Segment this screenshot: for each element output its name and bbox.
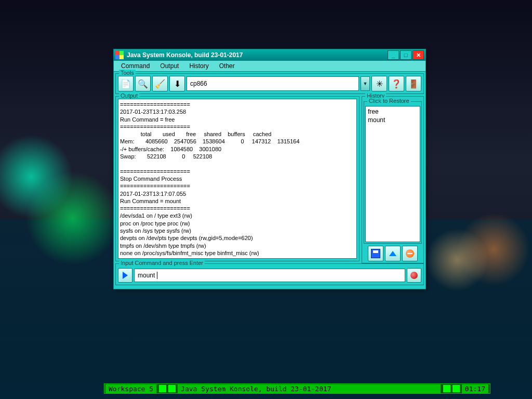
close-button[interactable]: ✕ <box>413 50 424 60</box>
history-restore-panel: Click to Restore free mount <box>364 101 422 244</box>
tool-btn-exit[interactable]: 🚪 <box>406 76 421 91</box>
taskbar-indicator[interactable] <box>453 385 460 392</box>
stop-icon <box>406 249 414 258</box>
output-panel: Output ===================== 2017-01-23T… <box>115 96 360 261</box>
menu-other[interactable]: Other <box>214 61 240 71</box>
input-panel: Input Command and press Enter mount <box>115 263 424 285</box>
input-label: Input Command and press Enter <box>119 260 205 266</box>
tool-btn-3[interactable]: 🧹 <box>152 76 168 91</box>
command-input[interactable]: mount <box>134 269 405 282</box>
tool-btn-2[interactable]: 🔍 <box>135 76 151 91</box>
taskbar-clock: 01:17 <box>462 384 489 393</box>
history-clear-button[interactable] <box>402 246 418 261</box>
tool-btn-help[interactable]: ❓ <box>389 76 404 91</box>
taskbar-indicator[interactable] <box>168 385 176 392</box>
taskbar-app[interactable]: Java System Konsole, build 23-01-2017 <box>178 384 441 393</box>
taskbar-workspace[interactable]: Workspace 5 <box>105 384 157 393</box>
titlebar[interactable]: Java System Konsole, build 23-01-2017 _ … <box>114 49 425 61</box>
menu-output[interactable]: Output <box>155 61 184 71</box>
history-list[interactable]: free mount <box>365 106 420 242</box>
menubar: Command Output History Other <box>114 61 425 72</box>
history-load-button[interactable] <box>385 246 401 261</box>
encoding-dropdown-icon[interactable]: ▼ <box>361 76 370 91</box>
tools-label: Tools <box>119 70 136 76</box>
window-title: Java System Konsole, build 23-01-2017 <box>127 51 388 59</box>
tools-panel: Tools 📄 🔍 🧹 ⬇ cp866 ▼ ✳ ❓ 🚪 <box>115 73 424 94</box>
maximize-button[interactable]: □ <box>400 50 411 60</box>
save-icon <box>371 249 380 258</box>
history-item[interactable]: mount <box>367 116 419 124</box>
upload-icon <box>389 251 396 256</box>
history-click-label: Click to Restore <box>367 98 411 104</box>
output-text[interactable]: ===================== 2017-01-23T13:17:0… <box>118 99 357 259</box>
taskbar-indicator[interactable] <box>159 385 166 392</box>
command-input-value: mount <box>138 272 155 279</box>
output-label: Output <box>119 92 139 99</box>
play-icon <box>123 272 128 279</box>
tool-btn-settings[interactable]: ✳ <box>371 76 387 91</box>
app-window: Java System Konsole, build 23-01-2017 _ … <box>113 49 426 289</box>
taskbar-indicator[interactable] <box>443 385 450 392</box>
desktop-background: Java System Konsole, build 23-01-2017 _ … <box>0 0 532 399</box>
record-button[interactable] <box>407 268 421 283</box>
history-item[interactable]: free <box>367 108 419 116</box>
tool-btn-1[interactable]: 📄 <box>118 76 134 91</box>
run-button[interactable] <box>118 268 132 283</box>
text-cursor <box>155 272 157 279</box>
tool-btn-4[interactable]: ⬇ <box>169 76 185 91</box>
record-icon <box>410 272 418 279</box>
minimize-button[interactable]: _ <box>388 50 399 60</box>
menu-history[interactable]: History <box>184 61 214 71</box>
history-panel: History Click to Restore free mount <box>362 96 424 263</box>
history-save-button[interactable] <box>368 246 383 261</box>
app-icon <box>115 51 124 59</box>
taskbar[interactable]: Workspace 5 Java System Konsole, build 2… <box>104 383 490 394</box>
encoding-field[interactable]: cp866 <box>187 76 359 91</box>
